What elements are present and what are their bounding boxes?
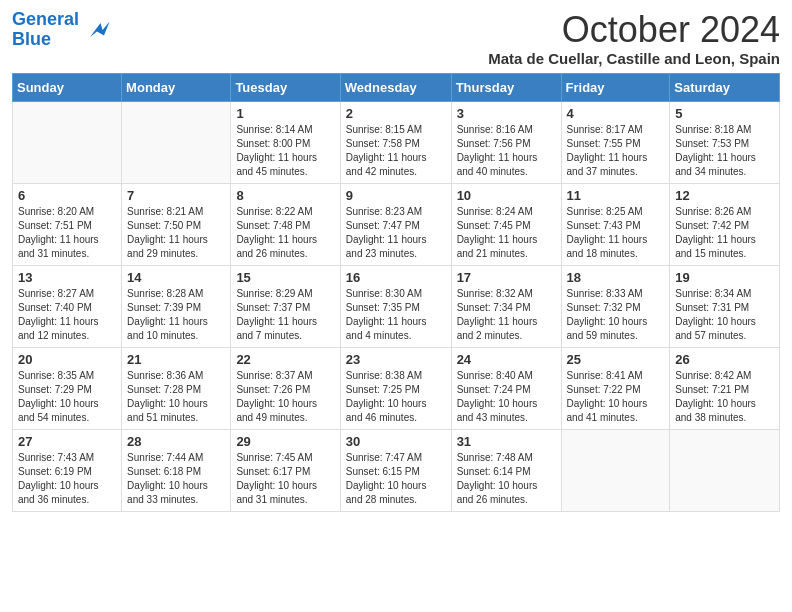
day-number: 24 (457, 352, 556, 367)
calendar-cell (122, 101, 231, 183)
day-number: 14 (127, 270, 225, 285)
day-info: Sunrise: 7:47 AMSunset: 6:15 PMDaylight:… (346, 451, 446, 507)
day-info: Sunrise: 8:21 AMSunset: 7:50 PMDaylight:… (127, 205, 225, 261)
day-number: 11 (567, 188, 665, 203)
day-info: Sunrise: 8:40 AMSunset: 7:24 PMDaylight:… (457, 369, 556, 425)
day-info: Sunrise: 8:23 AMSunset: 7:47 PMDaylight:… (346, 205, 446, 261)
day-info: Sunrise: 8:25 AMSunset: 7:43 PMDaylight:… (567, 205, 665, 261)
calendar-cell: 4Sunrise: 8:17 AMSunset: 7:55 PMDaylight… (561, 101, 670, 183)
day-number: 18 (567, 270, 665, 285)
page-header: General Blue October 2024 Mata de Cuella… (12, 10, 780, 67)
calendar-cell: 9Sunrise: 8:23 AMSunset: 7:47 PMDaylight… (340, 183, 451, 265)
day-info: Sunrise: 8:20 AMSunset: 7:51 PMDaylight:… (18, 205, 116, 261)
day-number: 21 (127, 352, 225, 367)
day-number: 29 (236, 434, 334, 449)
calendar-cell: 12Sunrise: 8:26 AMSunset: 7:42 PMDayligh… (670, 183, 780, 265)
day-number: 27 (18, 434, 116, 449)
day-info: Sunrise: 8:22 AMSunset: 7:48 PMDaylight:… (236, 205, 334, 261)
day-number: 25 (567, 352, 665, 367)
calendar-cell: 10Sunrise: 8:24 AMSunset: 7:45 PMDayligh… (451, 183, 561, 265)
calendar-cell: 30Sunrise: 7:47 AMSunset: 6:15 PMDayligh… (340, 429, 451, 511)
day-info: Sunrise: 7:44 AMSunset: 6:18 PMDaylight:… (127, 451, 225, 507)
calendar-cell (561, 429, 670, 511)
calendar-cell: 5Sunrise: 8:18 AMSunset: 7:53 PMDaylight… (670, 101, 780, 183)
week-row-5: 27Sunrise: 7:43 AMSunset: 6:19 PMDayligh… (13, 429, 780, 511)
week-row-1: 1Sunrise: 8:14 AMSunset: 8:00 PMDaylight… (13, 101, 780, 183)
calendar-cell: 15Sunrise: 8:29 AMSunset: 7:37 PMDayligh… (231, 265, 340, 347)
col-header-sunday: Sunday (13, 73, 122, 101)
day-number: 1 (236, 106, 334, 121)
day-info: Sunrise: 8:29 AMSunset: 7:37 PMDaylight:… (236, 287, 334, 343)
calendar-cell: 22Sunrise: 8:37 AMSunset: 7:26 PMDayligh… (231, 347, 340, 429)
calendar-cell: 20Sunrise: 8:35 AMSunset: 7:29 PMDayligh… (13, 347, 122, 429)
col-header-thursday: Thursday (451, 73, 561, 101)
day-number: 19 (675, 270, 774, 285)
col-header-monday: Monday (122, 73, 231, 101)
calendar-cell: 3Sunrise: 8:16 AMSunset: 7:56 PMDaylight… (451, 101, 561, 183)
logo-general: General (12, 9, 79, 29)
day-number: 5 (675, 106, 774, 121)
day-info: Sunrise: 8:35 AMSunset: 7:29 PMDaylight:… (18, 369, 116, 425)
calendar-cell (13, 101, 122, 183)
calendar-cell: 8Sunrise: 8:22 AMSunset: 7:48 PMDaylight… (231, 183, 340, 265)
logo-bird-icon (83, 16, 111, 44)
week-row-3: 13Sunrise: 8:27 AMSunset: 7:40 PMDayligh… (13, 265, 780, 347)
logo: General Blue (12, 10, 111, 50)
day-info: Sunrise: 8:30 AMSunset: 7:35 PMDaylight:… (346, 287, 446, 343)
calendar-header-row: SundayMondayTuesdayWednesdayThursdayFrid… (13, 73, 780, 101)
calendar-cell: 24Sunrise: 8:40 AMSunset: 7:24 PMDayligh… (451, 347, 561, 429)
col-header-friday: Friday (561, 73, 670, 101)
day-info: Sunrise: 7:43 AMSunset: 6:19 PMDaylight:… (18, 451, 116, 507)
day-number: 26 (675, 352, 774, 367)
calendar-cell: 6Sunrise: 8:20 AMSunset: 7:51 PMDaylight… (13, 183, 122, 265)
svg-marker-0 (90, 21, 110, 36)
day-number: 17 (457, 270, 556, 285)
month-title: October 2024 (488, 10, 780, 50)
day-number: 23 (346, 352, 446, 367)
day-number: 30 (346, 434, 446, 449)
day-number: 3 (457, 106, 556, 121)
calendar-cell: 14Sunrise: 8:28 AMSunset: 7:39 PMDayligh… (122, 265, 231, 347)
day-number: 20 (18, 352, 116, 367)
day-number: 9 (346, 188, 446, 203)
day-info: Sunrise: 8:37 AMSunset: 7:26 PMDaylight:… (236, 369, 334, 425)
day-number: 7 (127, 188, 225, 203)
calendar-cell: 25Sunrise: 8:41 AMSunset: 7:22 PMDayligh… (561, 347, 670, 429)
day-info: Sunrise: 8:34 AMSunset: 7:31 PMDaylight:… (675, 287, 774, 343)
day-info: Sunrise: 8:28 AMSunset: 7:39 PMDaylight:… (127, 287, 225, 343)
day-number: 6 (18, 188, 116, 203)
calendar-cell: 7Sunrise: 8:21 AMSunset: 7:50 PMDaylight… (122, 183, 231, 265)
day-info: Sunrise: 7:48 AMSunset: 6:14 PMDaylight:… (457, 451, 556, 507)
day-info: Sunrise: 8:17 AMSunset: 7:55 PMDaylight:… (567, 123, 665, 179)
day-info: Sunrise: 8:26 AMSunset: 7:42 PMDaylight:… (675, 205, 774, 261)
day-info: Sunrise: 8:15 AMSunset: 7:58 PMDaylight:… (346, 123, 446, 179)
day-info: Sunrise: 8:18 AMSunset: 7:53 PMDaylight:… (675, 123, 774, 179)
calendar-cell: 23Sunrise: 8:38 AMSunset: 7:25 PMDayligh… (340, 347, 451, 429)
day-number: 15 (236, 270, 334, 285)
day-info: Sunrise: 8:14 AMSunset: 8:00 PMDaylight:… (236, 123, 334, 179)
day-number: 10 (457, 188, 556, 203)
calendar-cell: 27Sunrise: 7:43 AMSunset: 6:19 PMDayligh… (13, 429, 122, 511)
day-info: Sunrise: 8:33 AMSunset: 7:32 PMDaylight:… (567, 287, 665, 343)
calendar-cell: 13Sunrise: 8:27 AMSunset: 7:40 PMDayligh… (13, 265, 122, 347)
day-number: 31 (457, 434, 556, 449)
title-block: October 2024 Mata de Cuellar, Castille a… (488, 10, 780, 67)
calendar-cell: 1Sunrise: 8:14 AMSunset: 8:00 PMDaylight… (231, 101, 340, 183)
calendar-cell: 26Sunrise: 8:42 AMSunset: 7:21 PMDayligh… (670, 347, 780, 429)
day-number: 8 (236, 188, 334, 203)
day-number: 13 (18, 270, 116, 285)
location-title: Mata de Cuellar, Castille and Leon, Spai… (488, 50, 780, 67)
day-number: 12 (675, 188, 774, 203)
calendar-cell: 18Sunrise: 8:33 AMSunset: 7:32 PMDayligh… (561, 265, 670, 347)
day-number: 16 (346, 270, 446, 285)
day-number: 28 (127, 434, 225, 449)
calendar-cell: 19Sunrise: 8:34 AMSunset: 7:31 PMDayligh… (670, 265, 780, 347)
calendar-cell: 28Sunrise: 7:44 AMSunset: 6:18 PMDayligh… (122, 429, 231, 511)
day-info: Sunrise: 8:27 AMSunset: 7:40 PMDaylight:… (18, 287, 116, 343)
day-info: Sunrise: 7:45 AMSunset: 6:17 PMDaylight:… (236, 451, 334, 507)
logo-blue: Blue (12, 29, 51, 49)
col-header-tuesday: Tuesday (231, 73, 340, 101)
week-row-2: 6Sunrise: 8:20 AMSunset: 7:51 PMDaylight… (13, 183, 780, 265)
calendar-cell: 2Sunrise: 8:15 AMSunset: 7:58 PMDaylight… (340, 101, 451, 183)
calendar-cell: 11Sunrise: 8:25 AMSunset: 7:43 PMDayligh… (561, 183, 670, 265)
